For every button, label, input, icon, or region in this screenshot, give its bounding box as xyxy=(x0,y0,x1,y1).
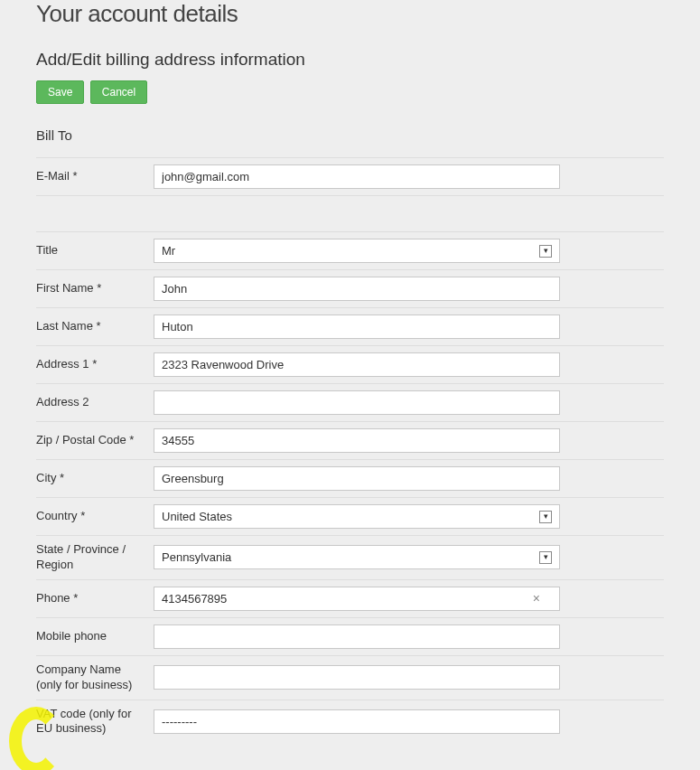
save-button[interactable]: Save xyxy=(36,80,84,104)
row-city: City * xyxy=(36,459,664,497)
row-email: E-Mail * xyxy=(36,157,664,195)
row-phone: Phone * × xyxy=(36,579,664,617)
label-address1: Address 1 * xyxy=(36,357,154,372)
label-email: E-Mail * xyxy=(36,169,154,184)
phone-field[interactable] xyxy=(154,587,560,611)
label-country: Country * xyxy=(36,509,154,524)
last-name-field[interactable] xyxy=(154,315,560,339)
row-zip: Zip / Postal Code * xyxy=(36,421,664,459)
page-title: Your account details xyxy=(36,0,664,28)
row-state: State / Province / Region Pennsylvania ▾ xyxy=(36,535,664,579)
vat-field[interactable] xyxy=(154,709,560,734)
row-mobile: Mobile phone xyxy=(36,617,664,655)
mobile-field[interactable] xyxy=(154,624,560,649)
country-select-value: United States xyxy=(162,510,232,523)
city-field[interactable] xyxy=(154,466,560,491)
title-select[interactable]: Mr ▾ xyxy=(154,239,560,263)
chevron-down-icon: ▾ xyxy=(539,245,552,258)
title-select-value: Mr xyxy=(162,244,175,258)
address2-field[interactable] xyxy=(154,390,560,415)
email-field[interactable] xyxy=(154,164,560,189)
label-first-name: First Name * xyxy=(36,281,154,296)
chevron-down-icon: ▾ xyxy=(539,551,552,564)
label-mobile: Mobile phone xyxy=(36,629,154,644)
first-name-field[interactable] xyxy=(154,277,560,301)
label-last-name: Last Name * xyxy=(36,319,154,334)
label-title: Title xyxy=(36,243,154,258)
row-company: Company Name (only for business) xyxy=(36,655,664,700)
section-bill-to: Bill To xyxy=(36,127,664,143)
top-button-row: Save Cancel xyxy=(36,80,664,104)
label-zip: Zip / Postal Code * xyxy=(36,433,154,448)
cancel-button[interactable]: Cancel xyxy=(90,80,147,104)
zip-field[interactable] xyxy=(154,428,560,453)
row-first-name: First Name * xyxy=(36,269,664,307)
label-city: City * xyxy=(36,471,154,486)
label-vat: VAT code (only for EU business) xyxy=(36,707,154,737)
row-title: Title Mr ▾ xyxy=(36,231,664,269)
row-last-name: Last Name * xyxy=(36,307,664,345)
page-subtitle: Add/Edit billing address information xyxy=(36,50,664,70)
row-country: Country * United States ▾ xyxy=(36,497,664,535)
company-field[interactable] xyxy=(154,665,560,690)
state-select-value: Pennsylvania xyxy=(162,550,231,564)
spacer xyxy=(36,195,664,231)
label-phone: Phone * xyxy=(36,591,154,606)
clear-icon[interactable]: × xyxy=(533,591,540,606)
country-select[interactable]: United States ▾ xyxy=(154,504,560,529)
label-company: Company Name (only for business) xyxy=(36,662,154,693)
row-vat: VAT code (only for EU business) xyxy=(36,700,664,744)
label-address2: Address 2 xyxy=(36,395,154,410)
state-select[interactable]: Pennsylvania ▾ xyxy=(154,545,560,569)
chevron-down-icon: ▾ xyxy=(539,511,552,523)
address1-field[interactable] xyxy=(154,352,560,377)
label-state: State / Province / Region xyxy=(36,542,154,573)
row-address2: Address 2 xyxy=(36,383,664,421)
row-address1: Address 1 * xyxy=(36,345,664,383)
